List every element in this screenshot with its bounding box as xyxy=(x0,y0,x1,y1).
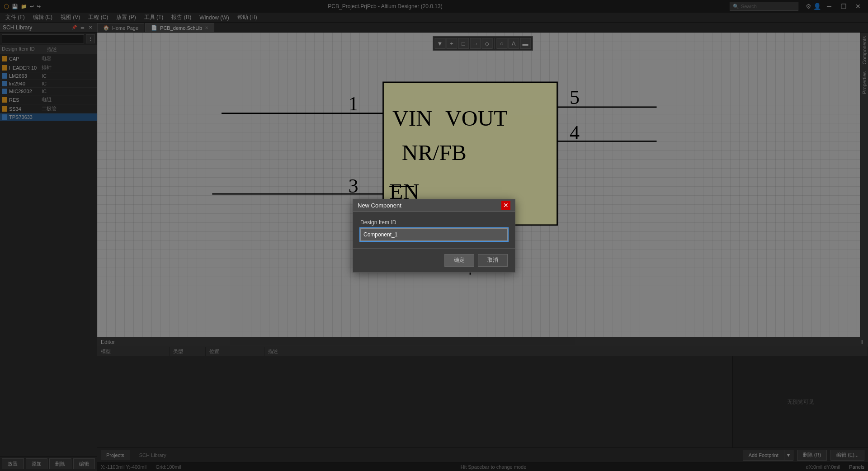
new-component-dialog: New Component ✕ Design Item ID 确定 取消 xyxy=(353,199,515,273)
modal-footer: 确定 取消 xyxy=(353,248,515,272)
design-item-id-input[interactable] xyxy=(360,228,508,241)
modal-cancel-button[interactable]: 取消 xyxy=(478,254,508,267)
modal-body: Design Item ID xyxy=(353,212,515,248)
modal-titlebar: New Component ✕ xyxy=(353,199,515,212)
modal-title: New Component xyxy=(358,202,401,209)
modal-overlay: New Component ✕ Design Item ID 确定 取消 xyxy=(0,0,868,471)
modal-close-button[interactable]: ✕ xyxy=(501,201,510,210)
modal-field-label: Design Item ID xyxy=(360,219,508,226)
modal-ok-button[interactable]: 确定 xyxy=(444,254,474,267)
